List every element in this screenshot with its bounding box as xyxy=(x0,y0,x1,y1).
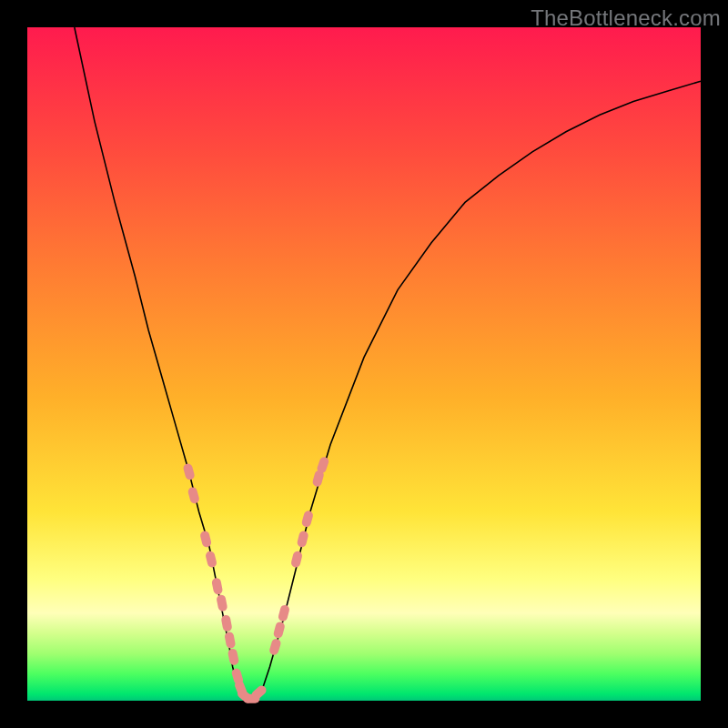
curve-marker xyxy=(301,510,314,528)
curve-marker xyxy=(220,614,232,632)
curve-marker xyxy=(228,648,239,666)
curve-marker xyxy=(205,551,217,569)
curve-marker xyxy=(290,551,303,569)
bottleneck-curve xyxy=(75,27,701,700)
curve-marker xyxy=(182,462,195,480)
curve-marker xyxy=(216,594,228,612)
curve-marker xyxy=(278,604,290,622)
curve-marker xyxy=(224,632,236,650)
curve-marker xyxy=(297,530,309,548)
curve-marker xyxy=(268,638,282,656)
chart-stage: TheBottleneck.com xyxy=(0,0,728,728)
curve-marker xyxy=(199,530,212,548)
watermark-text: TheBottleneck.com xyxy=(531,5,721,31)
plot-area xyxy=(27,27,701,701)
curve-marker xyxy=(211,577,223,595)
curve-svg xyxy=(27,27,701,701)
highlighted-markers xyxy=(182,456,329,705)
curve-marker xyxy=(273,621,286,639)
curve-marker xyxy=(187,486,200,504)
